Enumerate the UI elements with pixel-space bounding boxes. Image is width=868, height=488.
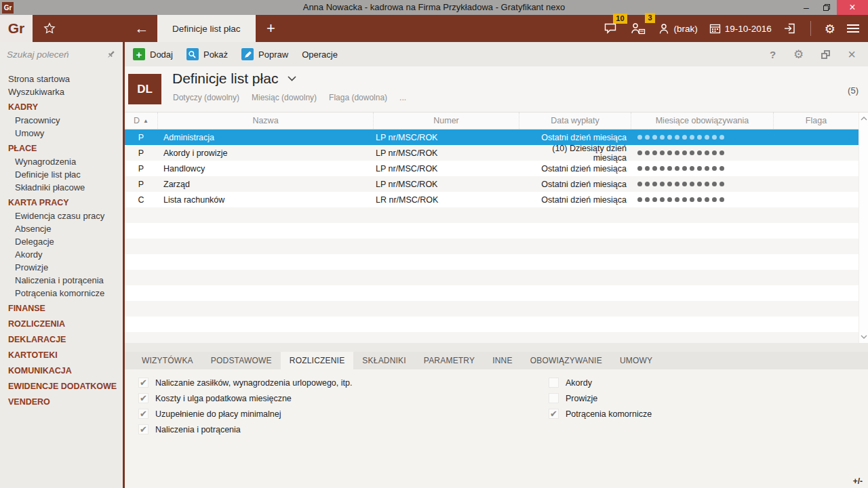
chevron-down-icon[interactable] (288, 76, 296, 81)
column-header-data-wypłaty[interactable]: Data wypłaty (519, 113, 631, 129)
sidebar-item-wyszukiwarka[interactable]: Wyszukiwarka (0, 85, 123, 98)
checkbox-checked-icon[interactable]: ✔ (549, 409, 559, 419)
active-module-tab[interactable]: Definicje list płac (157, 15, 256, 42)
table-row-zarząd[interactable]: PZarządLP nr/MSC/ROKOstatni dzień miesią… (125, 176, 868, 192)
sidebar-item-naliczenia-i-potrącenia[interactable]: Naliczenia i potrącenia (0, 274, 123, 287)
scroll-down-arrow[interactable] (861, 335, 867, 339)
option-akordy[interactable]: Akordy (549, 375, 652, 390)
add-button[interactable]: + Dodaj (133, 48, 173, 60)
option-prowizje[interactable]: Prowizje (549, 390, 652, 406)
panel-toggle[interactable]: +/- (853, 476, 863, 486)
sidebar-item-prowizje[interactable]: Prowizje (0, 261, 123, 274)
month-dot (660, 166, 665, 171)
date-indicator[interactable]: 19-10-2016 (709, 23, 772, 35)
brand-logo[interactable]: Gr (0, 15, 33, 42)
help-icon[interactable]: ? (770, 49, 776, 60)
view-settings-icon[interactable]: ⚙ (793, 47, 804, 62)
column-header-d[interactable]: D▲ (125, 113, 157, 129)
sidebar-item-płace[interactable]: PŁACE (0, 142, 123, 155)
sidebar-item-ewidencja-czasu-pracy[interactable]: Ewidencja czasu pracy (0, 209, 123, 222)
show-button-label: Pokaż (203, 49, 228, 60)
table-row-administracja[interactable]: PAdministracjaLP nr/MSC/ROKOstatni dzień… (125, 129, 868, 145)
logout-button[interactable] (783, 22, 797, 35)
sidebar-item-finanse[interactable]: FINANSE (0, 302, 123, 315)
option-potrącenia-komornicze[interactable]: ✔Potrącenia komornicze (549, 406, 652, 422)
sidebar-item-absencje[interactable]: Absencje (0, 222, 123, 235)
new-tab-button[interactable]: + (256, 15, 287, 42)
empty-row (125, 285, 868, 301)
month-dot (667, 182, 672, 186)
tab-podstawowe[interactable]: PODSTAWOWE (202, 352, 281, 369)
sidebar-item-kadry[interactable]: KADRY (0, 101, 123, 114)
sidebar-item-potrącenia-komornicze[interactable]: Potrącenia komornicze (0, 287, 123, 300)
menu-button[interactable] (847, 24, 859, 33)
tab-inne[interactable]: INNE (484, 352, 521, 369)
sidebar-item-rozliczenia[interactable]: ROZLICZENIA (0, 318, 123, 331)
sidebar-item-vendero[interactable]: VENDERO (0, 396, 123, 409)
option-naliczenia-i-potrącenia[interactable]: ✔Naliczenia i potrącenia (138, 422, 352, 437)
checkbox-checked-icon[interactable]: ✔ (138, 409, 149, 419)
sidebar-item-kartoteki[interactable]: KARTOTEKI (0, 349, 123, 362)
scroll-up-arrow[interactable] (861, 117, 867, 121)
option-uzupełnienie-do-płacy-minimalnej[interactable]: ✔Uzupełnienie do płacy minimalnej (138, 406, 352, 422)
sidebar-item-karta-pracy[interactable]: KARTA PRACY (0, 197, 123, 209)
sidebar-item-pracownicy[interactable]: Pracownicy (0, 114, 123, 127)
column-header-miesiące-obowiązywania[interactable]: Miesiące obowiązywania (631, 113, 773, 129)
messages-button[interactable]: 10 (604, 22, 618, 35)
month-dot (675, 150, 679, 155)
tab-składniki[interactable]: SKŁADNIKI (353, 352, 415, 369)
filter-dotyczy-dowolny[interactable]: Dotyczy (dowolny) (173, 93, 239, 102)
sidebar-item-definicje-list-płac[interactable]: Definicje list płac (0, 168, 123, 181)
empty-row (125, 317, 868, 332)
sidebar-item-składniki-płacowe[interactable]: Składniki płacowe (0, 181, 123, 194)
sidebar-item-deklaracje[interactable]: DEKLARACJE (0, 333, 123, 346)
detach-view-icon[interactable] (821, 50, 830, 59)
checkbox-unchecked-icon[interactable] (549, 378, 559, 388)
sidebar-item-umowy[interactable]: Umowy (0, 127, 123, 140)
checkbox-checked-icon[interactable]: ✔ (138, 424, 149, 434)
operations-button[interactable]: Operacje (302, 49, 338, 60)
settings-button[interactable]: ⚙ (825, 22, 835, 36)
sidebar-item-delegacje[interactable]: Delegacje (0, 235, 123, 248)
sidebar-item-komunikacja[interactable]: KOMUNIKACJA (0, 365, 123, 378)
tab-rozliczenie[interactable]: ROZLICZENIE (281, 352, 354, 369)
date-indicator-label: 19-10-2016 (725, 24, 772, 34)
restore-button[interactable] (816, 0, 837, 15)
edit-button[interactable]: Popraw (241, 48, 288, 60)
vertical-scrollbar[interactable] (859, 113, 868, 343)
checkbox-checked-icon[interactable]: ✔ (138, 378, 149, 388)
option-koszty-i-ulga-podatkowa-miesięczne[interactable]: ✔Koszty i ulga podatkowa miesięczne (138, 390, 352, 406)
sidebar-item-akordy[interactable]: Akordy (0, 248, 123, 261)
table-row-akordy-i-prowizje[interactable]: PAkordy i prowizjeLP nr/MSC/ROK(10) Dzie… (125, 145, 868, 161)
column-header-numer[interactable]: Numer (373, 113, 519, 129)
favorites-tab[interactable] (33, 15, 66, 42)
option-naliczanie-zasiłków-wynagrodzenia-urlopowego-itp[interactable]: ✔Naliczanie zasiłków, wynagrodzenia urlo… (138, 375, 352, 390)
filter-[interactable]: ... (399, 93, 406, 102)
column-header-flaga[interactable]: Flaga (773, 113, 859, 129)
tab-wizytówka[interactable]: WIZYTÓWKA (133, 352, 202, 369)
tab-parametry[interactable]: PARAMETRY (415, 352, 484, 369)
checkbox-unchecked-icon[interactable] (549, 393, 559, 403)
month-dot (697, 197, 702, 202)
close-button[interactable]: × (837, 0, 868, 15)
user-indicator[interactable]: (brak) (658, 23, 698, 35)
tab-obowiązywanie[interactable]: OBOWIĄZYWANIE (521, 352, 611, 369)
show-button[interactable]: Pokaż (186, 48, 228, 60)
checkbox-checked-icon[interactable]: ✔ (138, 393, 149, 403)
tab-umowy[interactable]: UMOWY (611, 352, 661, 369)
minimize-button[interactable]: – (796, 0, 816, 15)
panel-splitter[interactable] (125, 343, 868, 352)
column-header-nazwa[interactable]: Nazwa (157, 113, 373, 129)
filter-miesiąc-dowolny[interactable]: Miesiąc (dowolny) (252, 93, 317, 102)
sidebar-item-wynagrodzenia[interactable]: Wynagrodzenia (0, 155, 123, 168)
table-row-handlowcy[interactable]: PHandlowcyLP nr/MSC/ROKOstatni dzień mie… (125, 161, 868, 176)
sidebar-item-strona-startowa[interactable]: Strona startowa (0, 73, 123, 85)
pin-icon[interactable] (106, 49, 116, 60)
close-view-icon[interactable]: × (848, 47, 856, 62)
sidebar-item-ewidencje-dodatkowe[interactable]: EWIDENCJE DODATKOWE (0, 380, 123, 393)
command-search[interactable]: Szukaj poleceń (0, 42, 123, 67)
table-row-lista-rachunków[interactable]: CLista rachunkówLR nr/MSC/ROKOstatni dzi… (125, 192, 868, 207)
sessions-button[interactable]: 3 (630, 22, 646, 35)
filter-flaga-dowolna[interactable]: Flaga (dowolna) (329, 93, 387, 102)
back-button[interactable]: ← (126, 15, 157, 42)
